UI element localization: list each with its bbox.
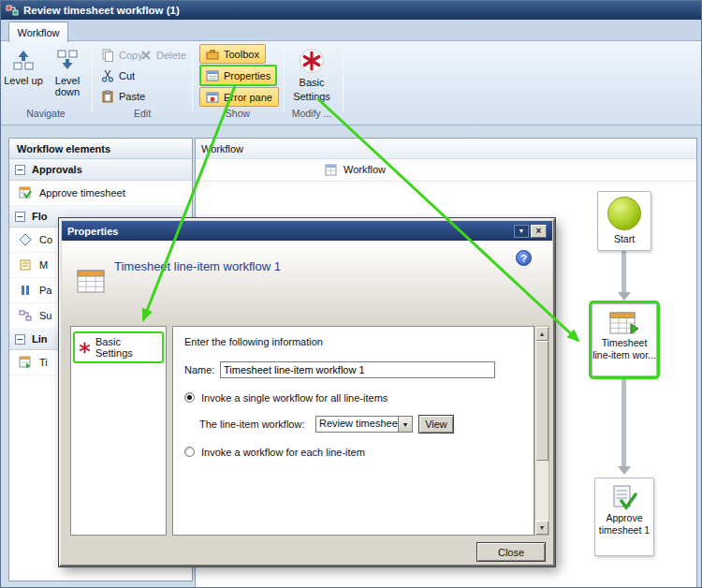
timesheet-line-item-node[interactable]: Timesheet line-item wor... xyxy=(592,303,657,376)
view-button[interactable]: View xyxy=(418,415,454,434)
name-label: Name: xyxy=(184,364,214,375)
scrollbar-thumb[interactable] xyxy=(535,341,548,461)
toolbox-button[interactable]: Toolbox xyxy=(199,44,266,64)
timesheet-element-icon xyxy=(19,356,32,369)
properties-dialog: Properties ▼ × Timesheet line-item workf… xyxy=(59,218,555,566)
approve-node-icon xyxy=(610,484,638,512)
properties-button[interactable]: Properties xyxy=(199,65,277,86)
paste-button[interactable]: Paste xyxy=(98,88,148,105)
toolbox-icon xyxy=(206,48,219,61)
level-up-button[interactable]: Level up xyxy=(3,44,44,86)
section-approvals[interactable]: Approvals xyxy=(9,159,192,181)
cut-label: Cut xyxy=(119,70,135,81)
delete-button[interactable]: Delete xyxy=(138,47,189,64)
properties-label: Properties xyxy=(224,70,271,81)
approve-node-label-line1: Approve xyxy=(606,512,642,524)
error-pane-icon xyxy=(206,91,219,104)
rollup-button[interactable]: ▼ xyxy=(514,225,529,238)
subworkflow-icon xyxy=(19,309,32,322)
section-flow-label: Flo xyxy=(32,211,48,222)
radio-each-label: Invoke a workflow for each line-item xyxy=(201,447,365,458)
paste-label: Paste xyxy=(119,91,145,102)
basic-settings-nav-item[interactable]: Basic Settings xyxy=(73,331,164,363)
list-item-label: Co xyxy=(39,234,52,245)
collapse-icon[interactable] xyxy=(15,165,25,175)
error-pane-button[interactable]: Error pane xyxy=(199,87,279,107)
level-up-icon xyxy=(11,48,36,72)
level-down-button[interactable]: Level down xyxy=(46,44,89,97)
tab-workflow[interactable]: Workflow xyxy=(8,22,68,42)
parallel-activity-icon xyxy=(19,284,32,297)
start-node-ball xyxy=(607,197,641,230)
paste-icon xyxy=(101,90,114,103)
dialog-form-panel: Enter the following information Name: In… xyxy=(172,326,534,536)
group-label-show: Show xyxy=(194,108,282,119)
level-down-icon xyxy=(55,48,80,72)
list-item-approve-timesheet[interactable]: Approve timesheet xyxy=(9,181,192,206)
delete-label: Delete xyxy=(156,50,186,61)
approve-node-label-line2: timesheet 1 xyxy=(599,524,650,537)
close-icon[interactable]: × xyxy=(531,225,547,238)
delete-icon xyxy=(140,50,152,61)
group-separator xyxy=(192,45,193,112)
scroll-down-icon[interactable]: ▼ xyxy=(535,521,548,535)
basic-settings-nav-label: Basic Settings xyxy=(95,336,158,359)
canvas-breadcrumb-bar: Workflow xyxy=(196,159,696,182)
error-pane-label: Error pane xyxy=(224,92,272,103)
chevron-down-icon[interactable]: ▼ xyxy=(398,416,413,433)
line-item-workflow-select[interactable]: Review timesheet ▼ xyxy=(315,416,413,433)
basic-settings-ribbon-button[interactable]: Basic Settings xyxy=(287,44,336,102)
timesheet-node-icon xyxy=(608,311,640,337)
start-node-label: Start xyxy=(614,233,635,245)
level-down-label: Level down xyxy=(46,75,89,97)
window-title: Review timesheet workflow (1) xyxy=(23,5,180,16)
timesheet-node-label-line2: line-item wor... xyxy=(592,349,656,361)
application-window: Review timesheet workflow (1) Workflow L… xyxy=(0,0,702,588)
timesheet-node-label-line1: Timesheet xyxy=(602,337,648,349)
approve-timesheet-node[interactable]: Approve timesheet 1 xyxy=(594,478,654,556)
group-label-modify: Modify ... xyxy=(282,108,342,119)
ribbon: Level up Level down Navigate Copy Delete xyxy=(1,41,702,125)
help-icon[interactable]: ? xyxy=(516,250,532,266)
connector-line xyxy=(622,251,626,293)
breadcrumb[interactable]: Workflow xyxy=(344,164,386,175)
scroll-up-icon[interactable]: ▲ xyxy=(535,327,548,341)
line-item-workflow-label: The line-item workflow: xyxy=(199,419,304,430)
radio-each-lineitem[interactable] xyxy=(184,447,195,457)
close-button[interactable]: Close xyxy=(476,542,546,562)
workflow-breadcrumb-icon xyxy=(325,164,338,177)
list-item-label: Su xyxy=(39,310,51,321)
list-item-label: Pa xyxy=(39,285,51,296)
dialog-scrollbar[interactable]: ▲ ▼ xyxy=(534,326,549,536)
radio-single-workflow[interactable] xyxy=(184,392,195,403)
section-approvals-label: Approvals xyxy=(32,164,82,175)
group-label-edit: Edit xyxy=(95,108,190,119)
cut-icon xyxy=(101,69,114,82)
canvas-caption: Workflow xyxy=(196,139,696,159)
conditional-decision-icon xyxy=(19,233,32,246)
name-input[interactable] xyxy=(220,361,495,378)
basic-settings-icon xyxy=(299,48,325,74)
list-item-label: M xyxy=(39,259,48,271)
list-item-label: Ti xyxy=(39,357,48,368)
start-node[interactable]: Start xyxy=(597,191,651,251)
dialog-title-bar[interactable]: Properties ▼ × xyxy=(62,221,552,241)
collapse-icon[interactable] xyxy=(15,212,25,222)
approve-timesheet-icon xyxy=(19,186,32,199)
dialog-title: Properties xyxy=(67,226,118,237)
form-instruction: Enter the following information xyxy=(184,336,323,347)
group-separator xyxy=(284,45,285,112)
list-item-label: Approve timesheet xyxy=(39,187,125,198)
cut-button[interactable]: Cut xyxy=(98,67,138,84)
section-line-label: Lin xyxy=(32,333,48,345)
connector-line xyxy=(622,378,626,467)
app-icon xyxy=(6,4,19,17)
group-separator xyxy=(343,45,344,112)
group-label-navigate: Navigate xyxy=(1,108,91,119)
dialog-heading: Timesheet line-item workflow 1 xyxy=(114,259,281,273)
manual-decision-icon xyxy=(19,258,32,272)
collapse-icon[interactable] xyxy=(15,334,25,345)
dialog-timesheet-icon xyxy=(77,269,107,295)
basic-settings-label-line1: Basic xyxy=(300,77,325,88)
combo-value: Review timesheet xyxy=(315,416,398,433)
